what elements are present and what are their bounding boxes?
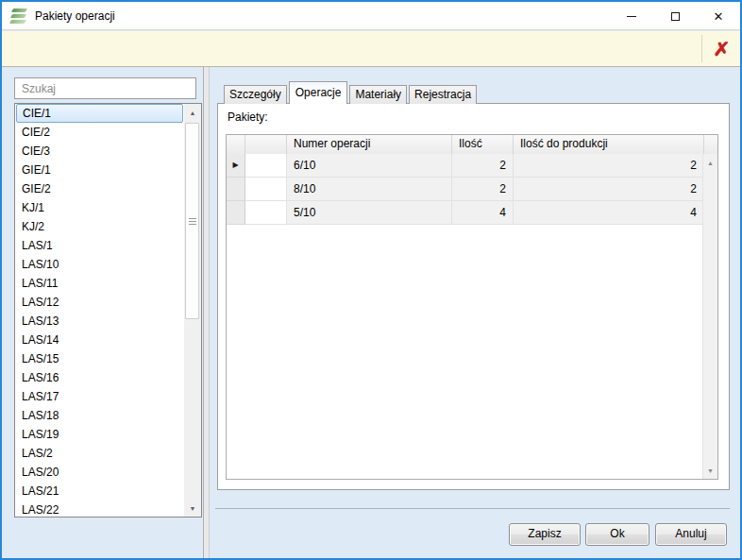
delete-button[interactable]: ✗ bbox=[702, 31, 740, 66]
current-row-icon: ▶ bbox=[232, 154, 238, 177]
list-item[interactable]: LAS/13 bbox=[15, 312, 184, 331]
scrollbar-thumb-grip bbox=[189, 218, 196, 225]
scroll-up-icon[interactable]: ▲ bbox=[703, 155, 717, 170]
list-item[interactable]: LAS/21 bbox=[15, 482, 184, 501]
app-logo-icon bbox=[10, 8, 27, 24]
package-list: CIE/1 CIE/2 CIE/3 GIE/1 GIE/2 KJ/1 KJ/2 … bbox=[14, 103, 202, 518]
zapisz-button[interactable]: Zapisz bbox=[509, 523, 581, 546]
list-item[interactable]: LAS/15 bbox=[15, 349, 184, 368]
grid-cell-ilosc[interactable]: 4 bbox=[452, 201, 514, 225]
grid-scrollbar[interactable]: ▲ ▼ bbox=[702, 154, 717, 479]
close-icon: ✕ bbox=[714, 10, 724, 23]
grid-header-filler bbox=[704, 135, 717, 154]
minimize-icon bbox=[627, 16, 636, 17]
list-item[interactable]: CIE/2 bbox=[15, 123, 184, 142]
list-item[interactable]: LAS/18 bbox=[15, 406, 184, 425]
tab-materialy[interactable]: Materiały bbox=[349, 85, 407, 104]
close-button[interactable]: ✕ bbox=[697, 2, 740, 30]
grid-header-blank[interactable] bbox=[245, 135, 287, 154]
footer-divider bbox=[215, 508, 730, 509]
grid-header-ilosc[interactable]: Ilość bbox=[452, 135, 514, 154]
list-item[interactable]: LAS/20 bbox=[15, 463, 184, 482]
tab-strip: Szczegóły Operacje Materiały Rejestracja bbox=[224, 81, 479, 104]
list-item[interactable]: LAS/16 bbox=[15, 368, 184, 387]
scroll-up-icon[interactable]: ▲ bbox=[184, 105, 201, 120]
list-item[interactable]: LAS/11 bbox=[15, 274, 184, 293]
grid-cell-ilosc-produkcji[interactable]: 2 bbox=[514, 178, 704, 201]
grid-header-numer-operacji[interactable]: Numer operacji bbox=[287, 135, 452, 154]
anuluj-button[interactable]: Anuluj bbox=[655, 523, 727, 546]
tab-szczegoly[interactable]: Szczegóły bbox=[224, 85, 287, 104]
dialog-pakiety-operacji: Pakiety operacji ✕ ✗ CIE/1 CIE/2 CIE/3 G… bbox=[0, 0, 742, 560]
list-item[interactable]: LAS/10 bbox=[15, 255, 184, 274]
scroll-down-icon[interactable]: ▼ bbox=[184, 501, 201, 516]
list-item[interactable]: GIE/2 bbox=[15, 179, 184, 198]
table-row[interactable]: 5/10 4 4 bbox=[227, 201, 717, 225]
toolbar: ✗ bbox=[2, 31, 740, 67]
window-title: Pakiety operacji bbox=[35, 9, 115, 23]
grid-cell-numer[interactable]: 6/10 bbox=[287, 154, 452, 178]
list-item[interactable]: KJ/1 bbox=[15, 198, 184, 217]
table-row[interactable]: 8/10 2 2 bbox=[227, 178, 717, 201]
list-item[interactable]: LAS/1 bbox=[15, 236, 184, 255]
table-row[interactable]: ▶ 6/10 2 2 bbox=[227, 154, 717, 178]
grid-cell-blank[interactable] bbox=[245, 178, 287, 201]
operations-grid: Numer operacji Ilość Ilość do produkcji … bbox=[226, 134, 718, 480]
tab-operacje[interactable]: Operacje bbox=[289, 81, 348, 104]
list-item[interactable]: LAS/22 bbox=[15, 501, 184, 518]
title-bar[interactable]: Pakiety operacji ✕ bbox=[2, 2, 740, 30]
list-item[interactable]: KJ/2 bbox=[15, 217, 184, 236]
maximize-icon bbox=[671, 12, 680, 21]
grid-header-ilosc-do-produkcji[interactable]: Ilość do produkcji bbox=[514, 135, 704, 154]
list-item[interactable]: LAS/14 bbox=[15, 331, 184, 349]
scrollbar-thumb[interactable] bbox=[185, 123, 199, 319]
list-scrollbar[interactable]: ▲ ▼ bbox=[184, 104, 201, 517]
list-item[interactable]: CIE/3 bbox=[15, 142, 184, 161]
search-input[interactable] bbox=[14, 77, 196, 99]
grid-header-rowselector bbox=[227, 135, 245, 154]
grid-header-row: Numer operacji Ilość Ilość do produkcji bbox=[227, 135, 717, 154]
list-item[interactable]: LAS/17 bbox=[15, 387, 184, 406]
grid-cell-numer[interactable]: 8/10 bbox=[287, 178, 452, 201]
pakiety-label: Pakiety: bbox=[228, 110, 268, 124]
grid-cell-ilosc-produkcji[interactable]: 2 bbox=[514, 154, 704, 178]
maximize-button[interactable] bbox=[653, 2, 697, 30]
row-selector-cell[interactable]: ▶ bbox=[227, 154, 245, 178]
minimize-button[interactable] bbox=[610, 2, 653, 30]
grid-cell-blank[interactable] bbox=[245, 154, 287, 178]
delete-x-icon: ✗ bbox=[713, 38, 730, 60]
list-item[interactable]: GIE/1 bbox=[15, 161, 184, 179]
grid-cell-ilosc[interactable]: 2 bbox=[452, 178, 514, 201]
grid-cell-blank[interactable] bbox=[245, 201, 287, 225]
list-item[interactable]: LAS/2 bbox=[15, 444, 184, 463]
panel-splitter[interactable] bbox=[203, 67, 210, 558]
row-selector-cell[interactable] bbox=[227, 201, 245, 225]
tab-rejestracja[interactable]: Rejestracja bbox=[409, 85, 477, 104]
tab-content-panel: Pakiety: Numer operacji Ilość Ilość do p… bbox=[217, 103, 730, 490]
grid-cell-ilosc[interactable]: 2 bbox=[452, 154, 514, 178]
list-item[interactable]: CIE/1 bbox=[16, 104, 183, 123]
grid-cell-ilosc-produkcji[interactable]: 4 bbox=[514, 201, 704, 225]
list-item[interactable]: LAS/12 bbox=[15, 293, 184, 312]
list-item[interactable]: LAS/19 bbox=[15, 425, 184, 444]
row-selector-cell[interactable] bbox=[227, 178, 245, 201]
ok-button[interactable]: Ok bbox=[585, 523, 649, 546]
scroll-down-icon[interactable]: ▼ bbox=[703, 463, 717, 478]
grid-cell-numer[interactable]: 5/10 bbox=[287, 201, 452, 225]
